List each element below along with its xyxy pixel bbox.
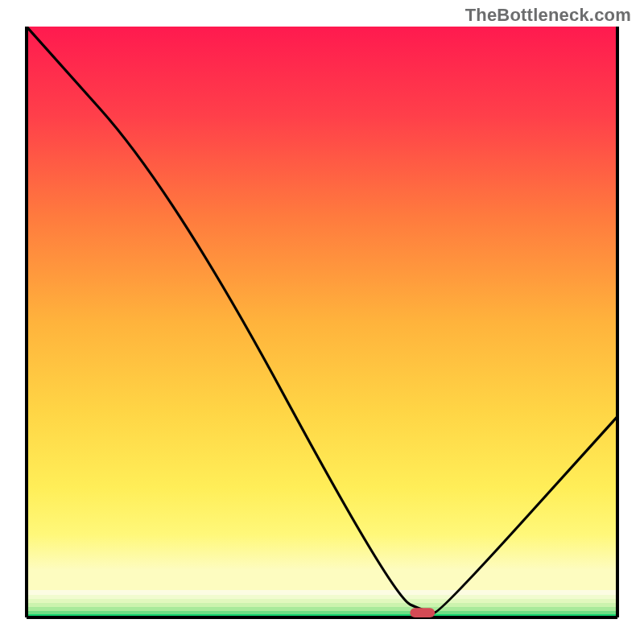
svg-rect-1 bbox=[27, 590, 617, 595]
valley-marker bbox=[410, 608, 435, 617]
svg-rect-5 bbox=[27, 607, 617, 611]
chart-svg bbox=[0, 0, 644, 644]
svg-rect-2 bbox=[27, 595, 617, 599]
bottom-bands bbox=[27, 590, 617, 617]
bottleneck-chart: TheBottleneck.com bbox=[0, 0, 644, 644]
svg-rect-3 bbox=[27, 599, 617, 603]
gradient-background bbox=[27, 27, 617, 617]
svg-rect-6 bbox=[27, 611, 617, 614]
watermark-text: TheBottleneck.com bbox=[465, 5, 631, 26]
svg-rect-4 bbox=[27, 603, 617, 607]
